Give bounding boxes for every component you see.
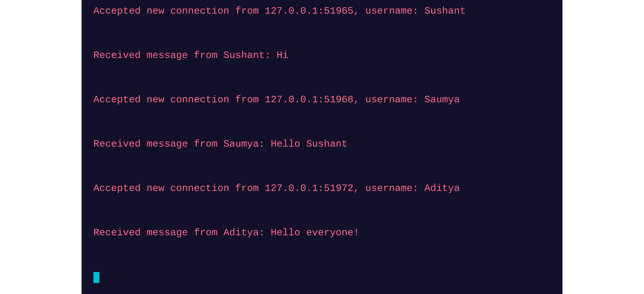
cursor-line <box>94 270 550 283</box>
terminal-line-2: Accepted new connection from 127.0.0.1:5… <box>94 4 550 18</box>
terminal-line-4: Accepted new connection from 127.0.0.1:5… <box>94 92 550 107</box>
terminal-window: Listening for connections on IP = 127.0.… <box>82 0 562 294</box>
main-container: Listening for connections on IP = 127.0.… <box>82 0 562 294</box>
terminal-line-3: Received message from Sushant: Hi <box>94 48 550 63</box>
terminal-line-7: Received message from Aditya: Hello ever… <box>94 226 550 240</box>
terminal-line-6: Accepted new connection from 127.0.0.1:5… <box>94 181 550 196</box>
terminal-output: Listening for connections on IP = 127.0.… <box>94 0 550 294</box>
terminal-cursor <box>94 272 100 283</box>
terminal-line-5: Received message from Saumya: Hello Sush… <box>94 137 550 152</box>
